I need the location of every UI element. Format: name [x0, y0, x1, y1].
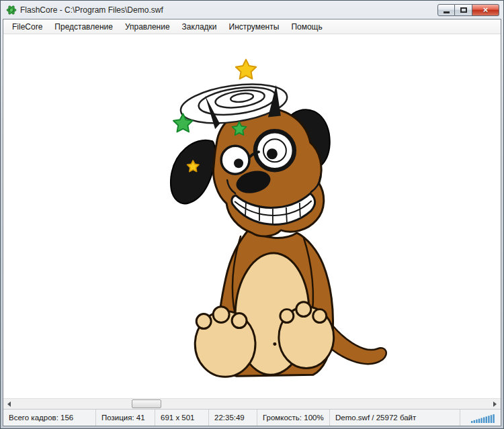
right-toe	[280, 309, 294, 323]
titlebar[interactable]: FlashCore - C:\Program Files\Demo.swf ×	[3, 1, 501, 19]
scroll-left-button[interactable]	[3, 399, 15, 409]
left-toe	[232, 314, 247, 328]
menu-bar: FileCore Представление Управление Заклад…	[3, 19, 501, 34]
status-bar: Всего кадров: 156 Позиция: 41 691 x 501 …	[3, 409, 501, 426]
status-time: 22:35:49	[209, 410, 257, 426]
menu-item-control[interactable]: Управление	[119, 20, 176, 34]
menu-item-bookmarks[interactable]: Закладки	[176, 20, 223, 34]
menu-item-help[interactable]: Помощь	[285, 20, 328, 34]
left-toe	[196, 314, 211, 329]
right-toe	[296, 302, 311, 317]
maximize-button[interactable]	[455, 4, 472, 16]
right-pupil	[267, 148, 278, 159]
maximize-icon	[460, 7, 467, 13]
status-filename: Demo.swf / 25972 байт	[330, 410, 460, 426]
status-position: Позиция: 41	[96, 410, 155, 426]
status-volume: Громкость: 100%	[257, 410, 330, 426]
status-volume-indicator	[460, 410, 501, 426]
window-title: FlashCore - C:\Program Files\Demo.swf	[20, 5, 163, 15]
star-yellow-large	[236, 60, 256, 79]
left-toe	[213, 307, 229, 323]
flashcore-flower-icon[interactable]	[6, 5, 17, 15]
app-window: FlashCore - C:\Program Files\Demo.swf × …	[0, 0, 504, 429]
left-ear	[171, 140, 215, 203]
left-pupil	[234, 158, 243, 168]
scrollbar-thumb[interactable]	[132, 399, 161, 408]
volume-bars-icon[interactable]	[470, 413, 496, 423]
client-area: FileCore Представление Управление Заклад…	[3, 19, 501, 426]
triangle-right-icon	[493, 401, 497, 407]
status-dimensions: 691 x 501	[155, 410, 209, 426]
minimize-icon	[444, 11, 450, 13]
window-controls: ×	[437, 4, 499, 16]
menu-item-filecore[interactable]: FileCore	[6, 20, 48, 34]
belly-dot	[273, 342, 276, 346]
close-button[interactable]: ×	[472, 4, 499, 16]
menu-item-tools[interactable]: Инструменты	[223, 20, 286, 34]
right-toe	[313, 309, 327, 323]
menu-item-view[interactable]: Представление	[48, 20, 119, 34]
horizontal-scrollbar[interactable]	[3, 398, 501, 409]
left-eye	[221, 146, 249, 174]
triangle-left-icon	[7, 401, 11, 407]
flash-stage	[3, 34, 501, 398]
minimize-button[interactable]	[437, 4, 455, 16]
scrollbar-track[interactable]	[15, 399, 489, 409]
dog-illustration	[3, 34, 501, 398]
scroll-right-button[interactable]	[489, 399, 501, 409]
close-icon: ×	[483, 5, 489, 15]
status-total-frames: Всего кадров: 156	[3, 410, 96, 426]
